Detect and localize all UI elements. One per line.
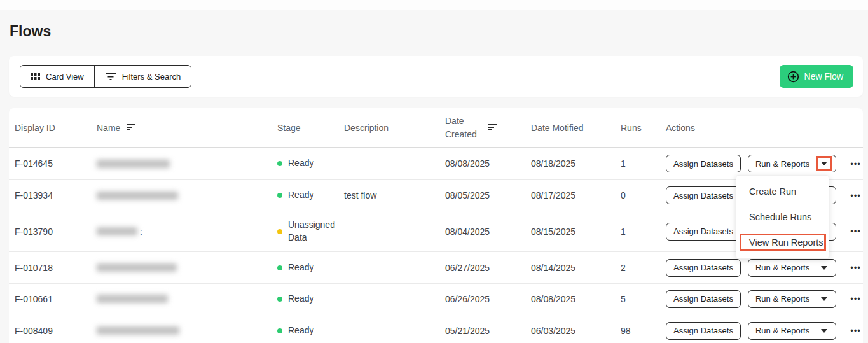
run-reports-button[interactable]: Run & Reports bbox=[748, 290, 836, 308]
stage-cell: Ready bbox=[277, 189, 344, 202]
redacted-name bbox=[97, 160, 170, 168]
stage-label: Ready bbox=[288, 262, 313, 274]
display-id-cell: F-008409 bbox=[15, 326, 97, 336]
table-row: F-014645 Ready 08/08/2025 08/18/2025 1 A… bbox=[9, 148, 863, 180]
assign-datasets-button[interactable]: Assign Datasets bbox=[666, 290, 741, 308]
run-reports-button[interactable]: Run & Reports bbox=[748, 155, 836, 172]
date-motified-cell: 08/17/2025 bbox=[531, 190, 621, 200]
new-flow-button[interactable]: New Flow bbox=[780, 65, 853, 88]
date-motified-cell: 08/08/2025 bbox=[531, 294, 621, 304]
name-cell bbox=[97, 326, 277, 335]
date-created-cell: 08/08/2025 bbox=[445, 158, 531, 169]
display-id-cell: F-013934 bbox=[15, 190, 97, 200]
stage-status-dot bbox=[277, 297, 282, 302]
stage-status-dot bbox=[277, 193, 282, 198]
filters-search-label: Filters & Search bbox=[122, 72, 181, 81]
card-view-button[interactable]: Card View bbox=[20, 66, 94, 87]
assign-datasets-button[interactable]: Assign Datasets bbox=[666, 223, 741, 241]
description-cell: test flow bbox=[344, 190, 445, 200]
caret-down-icon bbox=[821, 329, 827, 333]
display-id-cell: F-014645 bbox=[15, 158, 97, 169]
card-view-label: Card View bbox=[46, 72, 84, 81]
run-reports-label: Run & Reports bbox=[755, 159, 809, 169]
redacted-name bbox=[97, 192, 178, 200]
dropdown-caret[interactable] bbox=[816, 323, 832, 339]
redacted-name bbox=[97, 227, 137, 235]
assign-datasets-button[interactable]: Assign Datasets bbox=[666, 322, 741, 340]
table-row: F-010661 Ready 06/26/2025 08/08/2025 5 A… bbox=[9, 284, 863, 314]
run-reports-label: Run & Reports bbox=[755, 326, 809, 335]
header-actions: Actions bbox=[666, 123, 863, 133]
date-created-cell: 06/27/2025 bbox=[445, 263, 531, 273]
row-more-button[interactable]: ••• bbox=[849, 291, 862, 306]
header-name: Name bbox=[97, 123, 277, 133]
run-reports-label: Run & Reports bbox=[755, 263, 809, 272]
stage-cell: Ready bbox=[277, 157, 344, 170]
table-row: F-010718 Ready 06/27/2025 08/14/2025 2 A… bbox=[9, 252, 863, 284]
dropdown-caret[interactable] bbox=[816, 291, 832, 307]
top-bar bbox=[0, 0, 868, 10]
sort-icon[interactable] bbox=[488, 124, 497, 131]
caret-down-icon bbox=[821, 162, 827, 165]
stage-label: Ready bbox=[288, 157, 313, 170]
stage-cell: Ready bbox=[277, 325, 344, 337]
actions-cell: Assign Datasets Run & Reports ••• bbox=[666, 259, 868, 277]
filter-icon bbox=[105, 72, 116, 81]
display-id-cell: F-010661 bbox=[15, 294, 97, 304]
runs-cell: 1 bbox=[621, 227, 666, 237]
caret-down-icon bbox=[821, 266, 827, 270]
display-id-cell: F-013790 bbox=[15, 227, 97, 237]
header-runs: Runs bbox=[621, 123, 666, 133]
dropdown-caret[interactable] bbox=[816, 260, 832, 276]
name-visible-text: : bbox=[140, 227, 142, 237]
header-description: Description bbox=[344, 123, 445, 133]
dropdown-caret[interactable] bbox=[816, 156, 832, 171]
row-more-button[interactable]: ••• bbox=[849, 260, 862, 275]
stage-label: Ready bbox=[288, 325, 313, 337]
table-row: F-013934 Ready test flow 08/05/2025 08/1… bbox=[9, 180, 863, 211]
stage-status-dot bbox=[277, 229, 282, 234]
stage-status-dot bbox=[277, 328, 282, 333]
dropdown-item[interactable]: Schedule Runs bbox=[736, 204, 829, 230]
run-reports-label: Run & Reports bbox=[755, 294, 809, 304]
dropdown-item[interactable]: View Run Reports bbox=[736, 230, 829, 255]
name-cell bbox=[97, 263, 277, 272]
table-row: F-013790 : Unassigned Data 08/04/2025 08… bbox=[9, 211, 863, 252]
name-cell bbox=[97, 192, 277, 200]
page-title: Flows bbox=[10, 23, 868, 40]
assign-datasets-button[interactable]: Assign Datasets bbox=[666, 155, 741, 172]
table-row: F-008409 Ready 05/21/2025 06/03/2025 98 … bbox=[9, 314, 863, 343]
filters-search-button[interactable]: Filters & Search bbox=[94, 66, 191, 87]
stage-status-dot bbox=[277, 265, 282, 270]
header-display-id: Display ID bbox=[15, 123, 97, 133]
run-reports-button[interactable]: Run & Reports bbox=[748, 322, 836, 340]
actions-cell: Assign Datasets Run & Reports ••• bbox=[666, 322, 868, 340]
run-reports-dropdown-menu: Create RunSchedule RunsView Run Reports bbox=[736, 175, 829, 259]
row-more-button[interactable]: ••• bbox=[849, 323, 862, 338]
table-header-row: Display ID Name Stage Description Date C… bbox=[9, 108, 863, 148]
stage-label: Ready bbox=[288, 293, 313, 305]
header-date-created: Date Created bbox=[445, 115, 531, 141]
stage-label: Ready bbox=[288, 189, 313, 202]
caret-down-icon bbox=[821, 297, 827, 301]
row-more-button[interactable]: ••• bbox=[849, 224, 862, 239]
runs-cell: 1 bbox=[621, 158, 666, 169]
run-reports-button[interactable]: Run & Reports bbox=[748, 259, 836, 277]
date-motified-cell: 08/14/2025 bbox=[531, 263, 621, 273]
actions-cell: Assign Datasets Run & Reports ••• bbox=[666, 155, 868, 172]
row-more-button[interactable]: ••• bbox=[849, 157, 862, 171]
actions-cell: Assign Datasets Run & Reports ••• bbox=[666, 290, 868, 308]
stage-cell: Unassigned Data bbox=[277, 219, 344, 244]
assign-datasets-button[interactable]: Assign Datasets bbox=[666, 259, 741, 277]
assign-datasets-button[interactable]: Assign Datasets bbox=[666, 186, 741, 204]
table-body: F-014645 Ready 08/08/2025 08/18/2025 1 A… bbox=[9, 148, 863, 343]
header-stage: Stage bbox=[277, 123, 344, 133]
sort-icon[interactable] bbox=[127, 124, 135, 131]
name-cell bbox=[97, 160, 277, 168]
row-more-button[interactable]: ••• bbox=[849, 188, 862, 203]
stage-label: Unassigned Data bbox=[288, 219, 338, 244]
display-id-cell: F-010718 bbox=[15, 263, 97, 273]
dropdown-item[interactable]: Create Run bbox=[736, 179, 829, 204]
redacted-name bbox=[97, 326, 179, 335]
date-created-cell: 08/05/2025 bbox=[445, 190, 531, 200]
